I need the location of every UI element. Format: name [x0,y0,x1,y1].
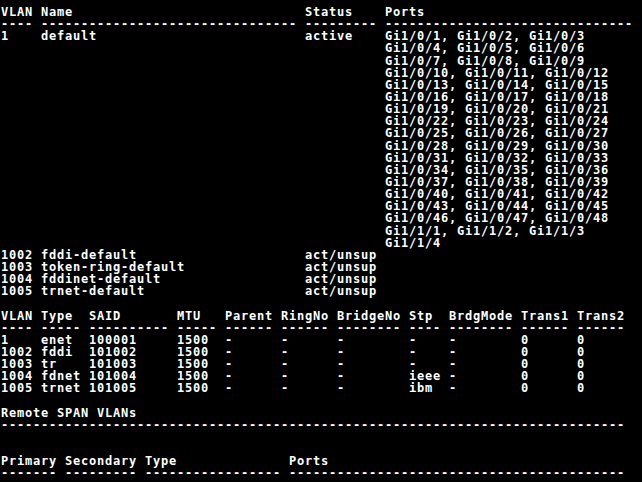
stp-column-header: Stp [409,310,433,322]
separator-dashes: -------- [337,322,401,334]
separator-dashes: ------ [577,322,625,334]
said-column-header: SAID [89,310,121,322]
ringno-column-header: RingNo [281,310,329,322]
cell-trans2: 0 [577,382,585,394]
cell-parent: - [225,382,233,394]
blank-line [0,431,642,443]
type-column-header: Type [41,310,73,322]
separator-dashes: ------ [521,322,569,334]
separator-dashes: -------- [449,322,513,334]
remote-span-vlans-separator: ----------------------------------------… [0,419,642,431]
vlan-ports-continuation-line: Gi1/0/46, Gi1/0/47, Gi1/0/48 [0,212,642,224]
cell-type: trnet [41,382,81,394]
vlan-status-cell: active [305,30,353,42]
vlan-ports-continuation-line: Gi1/1/1, Gi1/1/2, Gi1/1/3 [0,225,642,237]
vlan-ports-continuation-line: Gi1/0/28, Gi1/0/29, Gi1/0/30 [0,140,642,152]
separator-dashes: ---- [409,322,441,334]
vlan-ports-cell: Gi1/0/7, Gi1/0/8, Gi1/0/9 [385,55,585,67]
separator-dashes: ----- [177,322,217,334]
cell-stp: ibm [409,382,433,394]
vlan-ports-cell: Gi1/0/46, Gi1/0/47, Gi1/0/48 [385,212,609,224]
private-vlan-separator-row: ------- --------- ----------------- ----… [0,467,642,479]
bridgeno-column-header: BridgeNo [337,310,401,322]
vlan-ports-cell: Gi1/0/28, Gi1/0/29, Gi1/0/30 [385,140,609,152]
separator-dashes: ------- [1,467,57,479]
vlan-id-cell: 1005 [1,285,33,297]
cell-bridgeno: - [337,382,345,394]
vlan-type-table-header-row: VLAN Type SAID MTU Parent RingNo BridgeN… [0,310,642,322]
separator-dashes: ----------------------------------------… [289,467,625,479]
cell-ringno: - [281,382,289,394]
vlan-ports-continuation-line: Gi1/0/31, Gi1/0/32, Gi1/0/33 [0,152,642,164]
terminal-screen[interactable]: VLAN Name Status Ports ---- ------------… [0,0,642,482]
mtu-column-header: MTU [177,310,201,322]
separator-dashes: ----------------------------------------… [1,419,625,431]
trans2-column-header: Trans2 [577,310,625,322]
section-title: Remote SPAN VLANs [1,407,137,419]
parent-column-header: Parent [225,310,273,322]
vlan-status-cell: act/unsup [305,285,377,297]
vlan-ports-continuation-line: Gi1/0/7, Gi1/0/8, Gi1/0/9 [0,55,642,67]
blank-line [0,297,642,309]
vlan-id-cell: 1 [1,30,9,42]
vlan-ports-cell: Gi1/1/1, Gi1/1/2, Gi1/1/3 [385,225,585,237]
separator-dashes: ------ [281,322,329,334]
vlan-ports-continuation-line: Gi1/0/4, Gi1/0/5, Gi1/0/6 [0,42,642,54]
brdgmode-column-header: BrdgMode [449,310,513,322]
vlan-row: 1005 trnet-default act/unsup [0,285,642,297]
cell-brdgmode: - [449,382,457,394]
separator-dashes: ----- [41,322,81,334]
vlan-ports-continuation-line: Gi1/1/4 [0,237,642,249]
vlan-type-table-separator-row: ---- ----- ---------- ----- ------ -----… [0,322,642,334]
cell-said: 101005 [89,382,137,394]
separator-dashes: --------- [65,467,137,479]
separator-dashes: ----------------- [145,467,281,479]
vlan-name-cell: default [41,30,97,42]
vlan-name-cell: trnet-default [41,285,145,297]
separator-dashes: ---- [1,322,33,334]
vlan-type-row: 1005 trnet 101005 1500 - - - ibm - 0 0 [0,382,642,394]
vlan-ports-cell: Gi1/1/4 [385,237,441,249]
cell-mtu: 1500 [177,382,209,394]
cell-trans1: 0 [521,382,529,394]
cell-vlan: 1005 [1,382,33,394]
blank-line [0,395,642,407]
separator-dashes: ------ [225,322,273,334]
trans1-column-header: Trans1 [521,310,569,322]
remote-span-vlans-title: Remote SPAN VLANs [0,407,642,419]
vlan-column-header: VLAN [1,310,33,322]
separator-dashes: ---------- [89,322,169,334]
vlan-ports-continuation-line: Gi1/0/25, Gi1/0/26, Gi1/0/27 [0,127,642,139]
vlan-ports-cell: Gi1/0/25, Gi1/0/26, Gi1/0/27 [385,127,609,139]
vlan-ports-cell: Gi1/0/4, Gi1/0/5, Gi1/0/6 [385,42,585,54]
